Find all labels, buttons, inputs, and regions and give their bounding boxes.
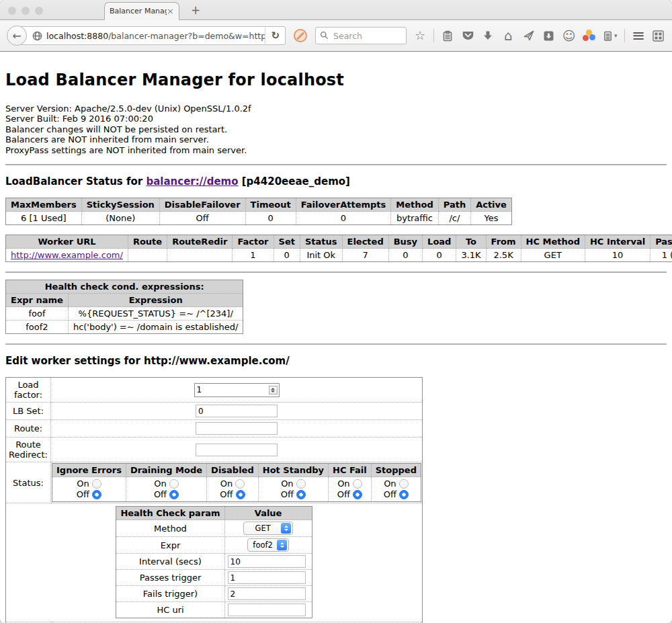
tab-balancer-manager[interactable]: Balancer Manager × — [104, 2, 179, 20]
persist-note-line: Balancer changes will NOT be persisted o… — [5, 124, 667, 134]
hc-uri-input[interactable] — [228, 604, 306, 616]
navigation-bar: ← localhost:8880/balancer-manager?b=demo… — [0, 20, 672, 52]
hc-passes-input[interactable] — [228, 571, 306, 584]
column-header: MaxMembers — [6, 198, 82, 212]
window-controls[interactable] — [8, 7, 43, 15]
cell-routeredir — [167, 249, 233, 262]
draining-mode-off-radio[interactable] — [169, 490, 179, 499]
off-label: Off — [154, 489, 167, 499]
screenshot-grid-icon[interactable] — [652, 30, 665, 42]
cell-from: 2.5K — [486, 249, 521, 262]
column-header: Worker URL — [6, 235, 128, 249]
hc-fails-input[interactable] — [228, 587, 306, 600]
column-header: Draining Mode — [126, 464, 206, 477]
hc-method-select[interactable]: GET — [243, 522, 293, 535]
stopped-on-radio[interactable] — [399, 479, 409, 489]
on-label: On — [220, 479, 233, 489]
page-content: Load Balancer Manager for localhost Serv… — [0, 71, 672, 623]
column-header: HC Fail — [329, 464, 372, 477]
send-icon[interactable] — [522, 30, 536, 41]
hc-row-hc-uri: HC uri — [116, 602, 312, 618]
column-header: HC Interval — [585, 235, 650, 249]
stopped-off-radio[interactable] — [399, 490, 409, 499]
route-redirect-input[interactable] — [196, 444, 278, 456]
draining-mode-on-radio[interactable] — [169, 479, 179, 489]
feedback-smiley-icon[interactable]: ☺ — [562, 30, 576, 42]
server-version-line: Server Version: Apache/2.5.0-dev (Unix) … — [5, 103, 667, 114]
column-header: Active — [471, 198, 512, 212]
cell-active: Yes — [471, 212, 512, 225]
balancer-status-table: MaxMembers StickySession DisableFailover… — [5, 198, 512, 225]
extension-dots-icon[interactable] — [583, 30, 596, 42]
chevron-down-icon[interactable]: ▾ — [614, 32, 618, 39]
column-header: Expr name — [6, 294, 69, 307]
hot-standby-off-radio[interactable] — [296, 490, 306, 499]
toolbar-icons: ☆ ⌂ — [413, 28, 665, 44]
bookmarks-clipboard-icon[interactable] — [441, 30, 454, 42]
url-text[interactable]: localhost:8880/balancer-manager?b=demo&w… — [46, 31, 265, 41]
hc-expr-select[interactable]: foof2 — [247, 538, 289, 552]
select-stepper-icon — [277, 540, 287, 550]
ignore-errors-on-radio[interactable] — [92, 479, 101, 489]
table-row: foof %{REQUEST_STATUS} =~ /^[234]/ — [6, 307, 243, 321]
column-header: Disabled — [207, 464, 259, 477]
toolbar-separator — [433, 29, 434, 42]
disabled-on-radio[interactable] — [235, 479, 245, 489]
ignore-errors-off-radio[interactable] — [92, 490, 101, 499]
column-header: StickySession — [81, 198, 159, 212]
hc-interval-input[interactable] — [228, 555, 306, 568]
cell-route — [128, 249, 167, 262]
cell-factor: 1 — [233, 249, 274, 262]
hc-row-expr: Expr foof2 — [116, 537, 312, 554]
content-blocked-icon[interactable] — [294, 29, 307, 42]
globe-icon[interactable] — [32, 31, 42, 41]
search-input[interactable] — [332, 30, 402, 42]
tab-close-icon[interactable]: × — [167, 7, 174, 15]
reload-icon[interactable]: ↻ — [265, 28, 285, 44]
window-zoom-button[interactable] — [35, 7, 43, 15]
off-label: Off — [220, 489, 233, 499]
hot-standby-on-radio[interactable] — [296, 479, 306, 489]
window-close-button[interactable] — [8, 7, 16, 15]
route-label: Route: — [6, 420, 51, 438]
route-input[interactable] — [196, 422, 278, 435]
url-bar[interactable]: localhost:8880/balancer-manager?b=demo&w… — [17, 26, 286, 45]
home-icon[interactable]: ⌂ — [501, 29, 515, 42]
number-stepper-icon[interactable] — [269, 386, 278, 394]
column-header: Hot Standby — [258, 464, 328, 477]
new-tab-button[interactable]: + — [191, 3, 200, 17]
lb-set-input[interactable] — [196, 405, 278, 417]
window-minimize-button[interactable] — [22, 7, 30, 15]
hc-expr-label: Expr — [116, 537, 224, 554]
hc-fail-on-radio[interactable] — [353, 479, 362, 489]
hc-row-passes: Passes trigger — [116, 570, 312, 586]
download-panel-icon[interactable] — [542, 31, 556, 41]
worker-url-link[interactable]: http://www.example.com/ — [11, 250, 123, 260]
bookmark-star-icon[interactable]: ☆ — [413, 30, 427, 42]
cell-method: bytraffic — [391, 212, 438, 225]
sidebar-clipboard-icon[interactable]: ▾ — [603, 30, 618, 42]
pocket-icon[interactable] — [461, 30, 474, 41]
column-header: FailoverAttempts — [296, 198, 391, 212]
load-factor-input[interactable] — [195, 385, 269, 394]
server-info: Server Version: Apache/2.5.0-dev (Unix) … — [5, 103, 667, 155]
balancer-link[interactable]: balancer://demo — [146, 175, 238, 188]
cell-status: Init Ok — [300, 249, 342, 262]
cell-worker-url: http://www.example.com/ — [6, 249, 128, 262]
form-row-route-redirect: Route Redirect: — [6, 438, 423, 462]
cell-stickysession: (None) — [81, 212, 159, 225]
divider — [5, 343, 667, 345]
back-button[interactable]: ← — [7, 26, 27, 46]
menu-hamburger-icon[interactable]: ≡ — [632, 28, 645, 44]
cell-busy: 0 — [388, 249, 422, 262]
table-row: foof2 hc('body') =~ /domain is establish… — [6, 321, 243, 334]
on-label: On — [337, 479, 349, 489]
hc-fail-off-radio[interactable] — [353, 490, 362, 499]
column-header: Value — [224, 507, 312, 520]
toolbar-separator — [624, 29, 625, 42]
column-header: Set — [274, 235, 300, 249]
column-header: Timeout — [245, 198, 296, 212]
download-icon[interactable] — [481, 30, 495, 41]
search-bar[interactable] — [315, 27, 407, 44]
disabled-off-radio[interactable] — [236, 490, 245, 499]
